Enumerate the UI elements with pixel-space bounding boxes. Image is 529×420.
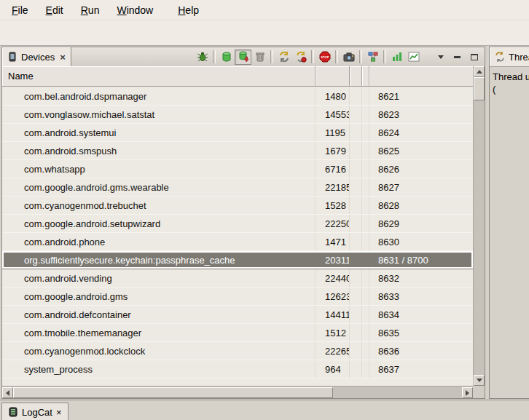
process-name: com.cyanogenmod.lockclock (2, 342, 316, 360)
menu-bar: File Edit Run Window Help (0, 0, 529, 20)
empty-cell (362, 233, 369, 250)
table-row[interactable]: com.android.smspush 1679 8625 (2, 142, 473, 160)
table-rows: com.bel.android.dspmanager 1480 8621 com… (2, 87, 473, 386)
process-name: com.vonglasow.michael.satstat (2, 106, 316, 123)
opengl-trace-button[interactable] (405, 49, 422, 65)
scroll-left-button[interactable] (2, 387, 13, 398)
toolbar-separator (270, 50, 273, 63)
tab-devices[interactable]: Devices × (2, 47, 71, 66)
table-row[interactable]: com.google.android.gms 12623 8633 (2, 288, 473, 306)
process-name: com.android.defcontainer (2, 306, 316, 323)
empty-cell (350, 142, 362, 159)
scroll-right-button[interactable] (462, 387, 473, 398)
table-row[interactable]: com.cyanogenmod.lockclock 22265 8636 (2, 342, 473, 360)
threads-tab-label: Threads (509, 52, 529, 63)
process-pid: 22440 (316, 269, 350, 287)
table-row[interactable]: com.bel.android.dspmanager 1480 8621 (2, 87, 473, 106)
empty-cell (362, 142, 369, 159)
view-hierarchy-button[interactable] (364, 49, 381, 65)
close-icon[interactable]: × (60, 52, 66, 62)
view-menu-button[interactable] (432, 49, 449, 65)
tab-threads[interactable]: Threads (490, 47, 529, 66)
toolbar-separator (383, 50, 386, 63)
process-port: 8621 (369, 87, 473, 105)
svg-text:STOP: STOP (321, 55, 329, 59)
tab-logcat[interactable]: LogCat × (1, 403, 68, 420)
table-row[interactable]: system_process 964 8637 (2, 360, 473, 379)
close-icon[interactable]: × (56, 407, 62, 418)
table-row[interactable]: com.whatsapp 6716 8626 (2, 160, 473, 178)
screen-capture-button[interactable] (340, 49, 357, 65)
table-row[interactable]: com.vonglasow.michael.satstat 14553 8623 (2, 106, 473, 124)
dump-hprof-button[interactable] (235, 49, 251, 65)
process-pid: 14553 (316, 106, 350, 123)
table-row[interactable]: com.tmobile.thememanager 1512 8635 (2, 324, 473, 342)
cause-gc-icon (254, 51, 266, 63)
horizontal-scrollbar-thumb[interactable] (13, 387, 333, 398)
table-row[interactable]: com.android.vending 22440 8632 (2, 269, 473, 288)
column-header-empty[interactable] (362, 66, 369, 86)
vertical-scrollbar-thumb[interactable] (474, 77, 485, 100)
empty-cell (362, 269, 369, 287)
process-name: com.google.android.gms (2, 288, 316, 305)
table-row-selected[interactable]: org.sufficientlysecure.keychain:passphra… (2, 251, 473, 269)
process-name: com.android.phone (2, 233, 316, 250)
empty-cell (350, 233, 362, 250)
table-row[interactable]: com.android.systemui 1195 8624 (2, 124, 473, 142)
devices-tab-icon (7, 52, 17, 62)
scroll-up-button[interactable] (474, 66, 485, 77)
maximize-button[interactable] (466, 49, 482, 65)
table-row[interactable]: com.google.android.gms.wearable 22185 86… (2, 178, 473, 197)
scroll-down-button[interactable] (474, 375, 485, 386)
process-name: com.google.android.setupwizard (2, 215, 316, 232)
process-port: 8631 / 8700 (369, 251, 473, 269)
process-port: 8627 (369, 178, 473, 196)
menu-file[interactable]: File (3, 2, 37, 18)
toolbar-separator (311, 50, 314, 63)
toolbar-separator (359, 50, 362, 63)
process-port: 8625 (369, 142, 473, 159)
update-heap-icon (221, 51, 232, 63)
menu-help[interactable]: Help (169, 2, 208, 18)
vertical-scrollbar[interactable] (473, 66, 485, 386)
table-row[interactable]: com.android.phone 1471 8630 (2, 233, 473, 251)
table-row[interactable]: com.android.defcontainer 14411 8634 (2, 306, 473, 324)
threads-message-line1: Thread up (493, 71, 526, 83)
opengl-trace-icon (408, 51, 420, 63)
column-header-pid[interactable] (316, 66, 350, 86)
process-name: com.whatsapp (2, 160, 316, 178)
menu-run[interactable]: Run (72, 2, 109, 18)
process-name: com.tmobile.thememanager (2, 324, 316, 341)
process-port: 8626 (369, 160, 473, 178)
process-name: com.google.android.gms.wearable (2, 178, 316, 196)
minimize-button[interactable] (449, 49, 466, 65)
process-port: 8633 (369, 288, 473, 305)
method-profiling-button[interactable] (292, 49, 309, 65)
menu-edit[interactable]: Edit (37, 2, 72, 18)
empty-cell (362, 160, 369, 178)
table-row[interactable]: com.google.android.setupwizard 22250 862… (2, 215, 473, 233)
threads-tabbar: Threads (490, 47, 529, 67)
update-heap-button[interactable] (218, 49, 235, 65)
process-pid: 14411 (316, 306, 350, 323)
column-header-port[interactable] (369, 66, 485, 86)
logcat-tab-label: LogCat (22, 407, 52, 418)
debug-button[interactable] (194, 49, 211, 65)
empty-cell (350, 324, 362, 341)
table-header: Name (2, 66, 485, 87)
devices-tabbar: Devices × STOP (2, 47, 485, 67)
horizontal-scrollbar[interactable] (2, 386, 473, 398)
process-name: com.android.smspush (2, 142, 316, 159)
column-header-empty[interactable] (350, 66, 362, 86)
cause-gc-button[interactable] (251, 49, 268, 65)
stop-process-button[interactable]: STOP (316, 49, 333, 65)
update-threads-button[interactable] (275, 49, 292, 65)
empty-cell (350, 178, 362, 196)
system-trace-button[interactable] (388, 49, 405, 65)
menu-window[interactable]: Window (108, 2, 162, 18)
table-row[interactable]: com.cyanogenmod.trebuchet 1528 8628 (2, 197, 473, 215)
empty-cell (362, 324, 369, 341)
column-header-name[interactable]: Name (2, 66, 316, 86)
devices-view-toolbar: STOP (194, 47, 485, 66)
process-table: Name com.bel.android.dspmanager 1480 862… (2, 66, 485, 398)
